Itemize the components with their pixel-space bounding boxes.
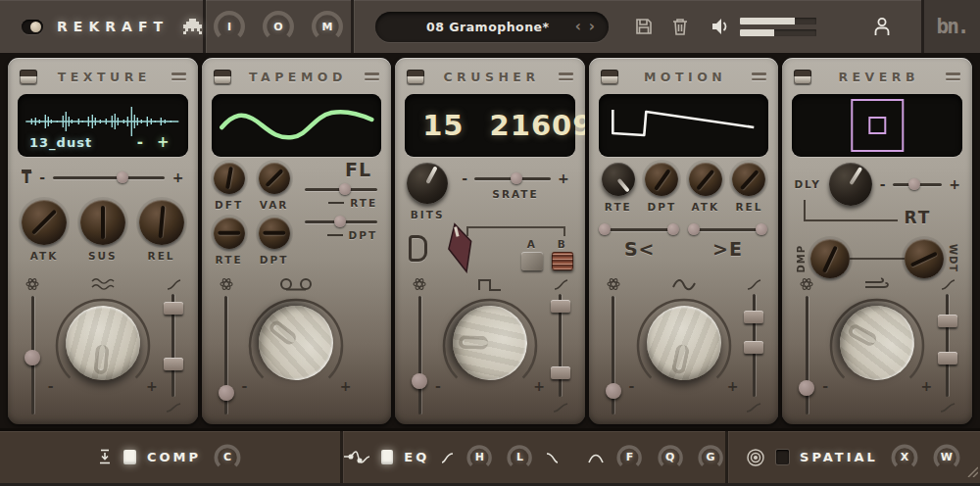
range-handle-top[interactable] [551, 300, 570, 313]
width-knob[interactable] [905, 239, 944, 278]
texture-menu-icon[interactable] [172, 73, 186, 80]
drift-knob[interactable] [214, 163, 245, 194]
eq-low-knob[interactable]: L [505, 442, 534, 473]
range-handle-bottom[interactable] [744, 341, 763, 354]
mode-a-button[interactable] [521, 252, 543, 270]
motion-depth-knob[interactable] [645, 163, 678, 196]
loop-start-slider[interactable] [603, 222, 677, 236]
tune-icon: T [22, 170, 31, 186]
eq-enable-checkbox[interactable] [381, 450, 393, 464]
eq-q-knob[interactable]: Q [656, 442, 685, 473]
range-handle-bottom[interactable] [938, 352, 957, 364]
motion-main-knob[interactable]: - + [633, 294, 735, 396]
loop-end-slider[interactable] [691, 222, 765, 236]
tapemod-power-button[interactable] [214, 70, 231, 84]
reverb-main-knob[interactable]: - + [826, 294, 928, 396]
texture-tune-slider[interactable] [53, 170, 165, 184]
motion-rand-slider[interactable] [606, 296, 621, 414]
spatial-enable-checkbox[interactable] [776, 450, 789, 464]
reverb-env-range-slider[interactable] [938, 294, 957, 397]
range-handle-left[interactable] [688, 223, 700, 235]
comp-amount-knob[interactable]: C [212, 442, 243, 473]
flutter-depth-slider[interactable] [305, 215, 377, 228]
crusher-power-button[interactable] [407, 70, 424, 84]
reverb-menu-icon[interactable] [946, 73, 960, 80]
depth-knob[interactable] [259, 218, 290, 249]
volume-slider-bottom[interactable] [740, 29, 816, 36]
plus-label: + [727, 378, 739, 394]
reverb-rand-slider[interactable] [799, 296, 814, 414]
volume-slider-top[interactable] [740, 18, 816, 24]
motion-rate-knob[interactable] [602, 163, 635, 196]
eq-gain-knob[interactable]: G [696, 442, 725, 473]
preset-prev-button[interactable]: ‹ [575, 20, 581, 34]
preset-name[interactable]: 08 Gramophone* [375, 20, 575, 34]
crusher-env-range-slider[interactable] [551, 294, 570, 397]
sustain-knob[interactable] [80, 200, 125, 245]
motion-power-button[interactable] [601, 70, 618, 84]
range-handle-top[interactable] [164, 302, 183, 315]
range-handle-left[interactable] [599, 223, 611, 235]
slider-handle[interactable] [24, 350, 40, 365]
texture-sample-name[interactable]: 13_dust [29, 135, 130, 150]
slider-handle[interactable] [606, 383, 621, 399]
slider-handle[interactable] [117, 171, 128, 183]
slider-handle[interactable] [412, 373, 427, 389]
srate-slider[interactable] [474, 171, 551, 185]
tapemod-menu-icon[interactable] [365, 73, 379, 80]
preset-next-button[interactable]: › [589, 20, 595, 34]
motion-attack-knob[interactable] [689, 163, 722, 196]
texture-rand-slider[interactable] [24, 296, 40, 414]
motion-release-knob[interactable] [732, 163, 765, 196]
range-handle-top[interactable] [938, 315, 957, 327]
damp-knob[interactable] [810, 239, 850, 278]
eq-high-knob[interactable]: H [465, 442, 494, 473]
flutter-rate-slider[interactable] [305, 182, 377, 196]
variance-knob[interactable] [259, 163, 290, 194]
crusher-rand-slider[interactable] [412, 296, 427, 414]
texture-env-range-slider[interactable] [164, 294, 183, 397]
texture-main-knob[interactable]: - + [52, 294, 154, 396]
texture-power-button[interactable] [20, 70, 37, 84]
slider-handle[interactable] [799, 380, 814, 396]
range-handle-bottom[interactable] [164, 358, 183, 370]
tapemod-rand-slider[interactable] [219, 296, 234, 414]
slider-handle[interactable] [339, 183, 351, 195]
slider-handle[interactable] [219, 385, 234, 401]
eq-freq-knob[interactable]: F [614, 442, 644, 473]
resize-handle[interactable] [964, 462, 978, 481]
bits-knob[interactable] [407, 163, 448, 204]
texture-sample-next-button[interactable]: + [150, 133, 176, 151]
crusher-menu-icon[interactable] [559, 73, 573, 80]
texture-sample-prev-button[interactable]: - [130, 133, 150, 151]
release-knob[interactable] [139, 200, 184, 245]
motion-env-range-slider[interactable] [744, 294, 763, 397]
spatial-x-knob[interactable]: X [889, 442, 920, 473]
power-toggle[interactable] [22, 20, 43, 34]
reverb-power-button[interactable] [794, 70, 811, 84]
slider-handle[interactable] [334, 216, 346, 227]
preset-browser[interactable]: 08 Gramophone* ‹ › [375, 12, 609, 42]
rt-slider[interactable] [893, 177, 943, 191]
mix-knob[interactable]: M [309, 8, 346, 45]
input-gain-knob[interactable]: I [211, 8, 248, 45]
tapemod-main-knob[interactable]: - + [245, 294, 347, 396]
delete-preset-button[interactable] [671, 17, 689, 36]
slider-handle[interactable] [511, 172, 522, 184]
crusher-main-knob[interactable]: - + [439, 294, 541, 396]
save-button[interactable] [634, 17, 654, 36]
comp-enable-checkbox[interactable] [123, 450, 136, 464]
range-handle-right[interactable] [667, 223, 679, 235]
rate-knob[interactable] [214, 218, 245, 249]
attack-knob[interactable] [22, 200, 67, 245]
speaker-icon[interactable] [710, 18, 730, 35]
range-handle-top[interactable] [744, 311, 763, 323]
slider-handle[interactable] [908, 178, 920, 190]
spatial-width-knob[interactable]: W [931, 442, 962, 473]
output-gain-knob[interactable]: O [260, 8, 297, 45]
range-handle-bottom[interactable] [551, 366, 570, 379]
mode-b-button[interactable] [552, 252, 573, 270]
account-button[interactable] [872, 16, 892, 37]
range-handle-right[interactable] [756, 223, 767, 235]
motion-menu-icon[interactable] [752, 73, 766, 80]
